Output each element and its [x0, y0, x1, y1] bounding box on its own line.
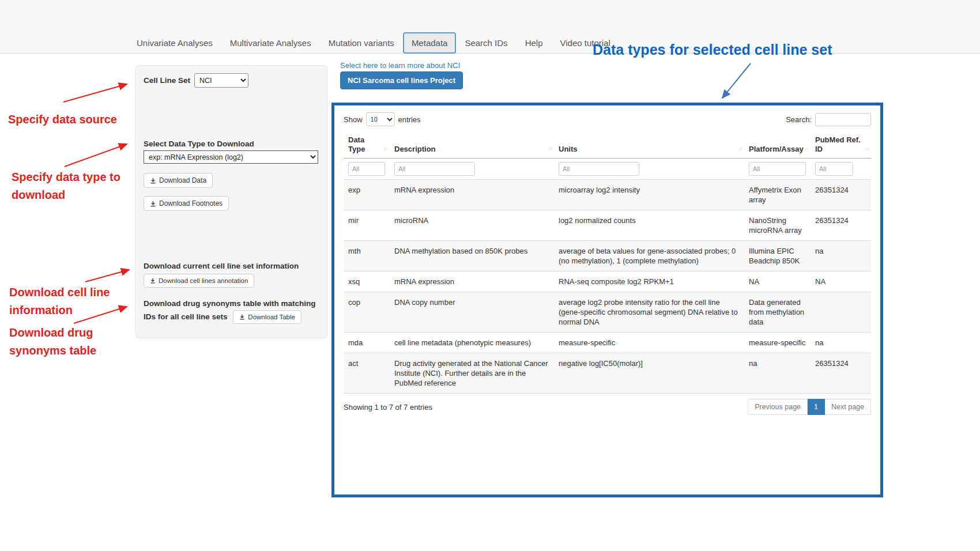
data-type-select[interactable]: exp: mRNA Expression (log2)	[144, 150, 318, 164]
table-summary: Showing 1 to 7 of 7 entries	[344, 403, 432, 412]
entries-label: entries	[398, 115, 421, 124]
cell-platform: Illumina EPIC Beadchip 850K	[744, 241, 811, 271]
main-nav: Univariate Analyses Multivariate Analyse…	[128, 32, 619, 54]
table-row-mir: mir microRNA log2 normalized counts Nano…	[344, 210, 871, 241]
cell-units: average of beta values for gene-associat…	[554, 241, 744, 271]
download-data-button[interactable]: Download Data	[144, 173, 213, 188]
cell-platform: NA	[744, 271, 811, 292]
learn-more-link[interactable]: Select here to learn more about NCI	[340, 61, 460, 70]
cell-units: measure-specific	[554, 333, 744, 353]
header-row: Data Type↓↑ Description↓↑ Units↓↑ Platfo…	[344, 132, 871, 158]
filter-description-input[interactable]	[394, 162, 475, 176]
download-cell-lines-annotation-button[interactable]: Download cell lines annotation	[144, 274, 254, 288]
red-arrow-icon	[85, 270, 129, 282]
table-row-mth: mth DNA methylation based on 850K probes…	[344, 241, 871, 271]
download-footnotes-button[interactable]: Download Footnotes	[144, 196, 229, 211]
search-input[interactable]	[815, 113, 871, 126]
annotation-specify-data-type: Specify data type to download	[12, 168, 143, 204]
table-row-act: act Drug activity generated at the Natio…	[344, 353, 871, 394]
cell-description: DNA methylation based on 850K probes	[390, 241, 554, 271]
red-arrow-icon	[65, 144, 127, 167]
page-1-button[interactable]: 1	[808, 399, 825, 415]
download-icon	[239, 314, 245, 320]
column-header-platform[interactable]: Platform/Assay↓↑	[744, 132, 811, 158]
cell-line-set-select[interactable]: NCI	[194, 73, 248, 88]
table-row-cop: cop DNA copy number average log2 probe i…	[344, 292, 871, 333]
cell-line-set-label: Cell Line Set	[144, 76, 190, 85]
cell-data-type: xsq	[344, 271, 390, 292]
sort-icon[interactable]: ↓↑	[738, 144, 742, 153]
cell-platform: Affymetrix Exon array	[744, 180, 811, 210]
cell-data-type: cop	[344, 292, 390, 333]
column-header-pubmed[interactable]: PubMed Ref. ID↓↑	[811, 132, 871, 158]
previous-page-button[interactable]: Previous page	[748, 399, 808, 415]
filter-platform-input[interactable]	[749, 162, 806, 176]
filter-units-input[interactable]	[559, 162, 639, 176]
sort-icon[interactable]: ↓↑	[383, 144, 388, 153]
annotation-data-types-title: Data types for selected cell line set	[593, 41, 846, 58]
cell-data-type: exp	[344, 180, 390, 210]
options-panel: Cell Line Set NCI Select Data Type to Do…	[135, 65, 327, 338]
cell-data-type: mir	[344, 210, 390, 241]
download-icon	[150, 201, 156, 207]
search-label: Search:	[786, 115, 812, 124]
data-types-table-frame: Show 10 entries Search: Data Type↓↑ Desc…	[331, 103, 883, 497]
cell-platform: measure-specific	[744, 333, 811, 353]
cell-platform: na	[744, 353, 811, 394]
column-header-units[interactable]: Units↓↑	[554, 132, 744, 158]
show-label: Show	[344, 115, 363, 124]
tab-mutation-variants[interactable]: Mutation variants	[320, 32, 403, 54]
cell-description: microRNA	[390, 210, 554, 241]
tab-metadata[interactable]: Metadata	[403, 32, 457, 54]
pagination: Previous page 1 Next page	[748, 399, 871, 415]
download-cell-lines-annotation-label: Download cell lines annotation	[159, 277, 248, 284]
tab-search-ids[interactable]: Search IDs	[456, 32, 516, 54]
cell-platform: NanoString microRNA array	[744, 210, 811, 241]
cell-description: DNA copy number	[390, 292, 554, 333]
sort-icon[interactable]: ↓↑	[548, 144, 552, 153]
filter-pubmed-input[interactable]	[815, 162, 853, 176]
cell-units: microarray log2 intensity	[554, 180, 744, 210]
data-types-table: Data Type↓↑ Description↓↑ Units↓↑ Platfo…	[344, 132, 871, 394]
cell-description: mRNA expression	[390, 180, 554, 210]
page-length-select[interactable]: 10	[366, 112, 395, 126]
blue-arrow-icon	[722, 63, 751, 98]
annotation-download-cell-line-info: Download cell line information	[9, 284, 125, 319]
drug-synonyms-heading: Download drug synonyms table with matchi…	[144, 297, 323, 324]
nci-sarcoma-project-button[interactable]: NCI Sarcoma cell lines Project	[340, 71, 463, 89]
cell-units: negative log[IC50(molar)]	[554, 353, 744, 394]
download-footnotes-label: Download Footnotes	[159, 199, 223, 207]
filter-row	[344, 158, 871, 180]
cell-line-info-heading: Download current cell line set informati…	[144, 262, 322, 270]
table-row-exp: exp mRNA expression microarray log2 inte…	[344, 180, 871, 210]
sort-icon[interactable]: ↓↑	[804, 144, 809, 153]
tab-help[interactable]: Help	[517, 32, 552, 54]
column-header-data-type[interactable]: Data Type↓↑	[344, 132, 390, 158]
cell-pubmed: NA	[811, 271, 871, 292]
cell-pubmed: 26351324	[811, 180, 871, 210]
table-row-mda: mda cell line metadata (phenotypic measu…	[344, 333, 871, 353]
cell-platform: Data generated from methylation data	[744, 292, 811, 333]
annotation-download-drug-synonyms: Download drug synonyms table	[9, 324, 116, 360]
download-data-label: Download Data	[159, 176, 206, 184]
cell-description: mRNA expression	[390, 271, 554, 292]
cell-description: Drug activity generated at the National …	[390, 353, 554, 394]
cell-units: RNA-seq composite log2 RPKM+1	[554, 271, 744, 292]
cell-units: average log2 probe intensity ratio for t…	[554, 292, 744, 333]
cell-pubmed: na	[811, 241, 871, 271]
next-page-button[interactable]: Next page	[825, 399, 871, 415]
download-table-label: Download Table	[248, 314, 295, 320]
filter-data-type-input[interactable]	[348, 162, 385, 176]
cell-units: log2 normalized counts	[554, 210, 744, 241]
tab-univariate-analyses[interactable]: Univariate Analyses	[128, 32, 221, 54]
download-table-button[interactable]: Download Table	[233, 310, 301, 324]
cell-pubmed	[811, 292, 871, 333]
cell-pubmed: na	[811, 333, 871, 353]
column-header-description[interactable]: Description↓↑	[390, 132, 554, 158]
page: Univariate Analyses Multivariate Analyse…	[0, 0, 980, 551]
cell-description: cell line metadata (phenotypic measures)	[390, 333, 554, 353]
tab-multivariate-analyses[interactable]: Multivariate Analyses	[221, 32, 320, 54]
annotation-specify-data-source: Specify data source	[8, 111, 135, 129]
sort-icon[interactable]: ↓↑	[865, 144, 869, 153]
cell-data-type: mda	[344, 333, 390, 353]
